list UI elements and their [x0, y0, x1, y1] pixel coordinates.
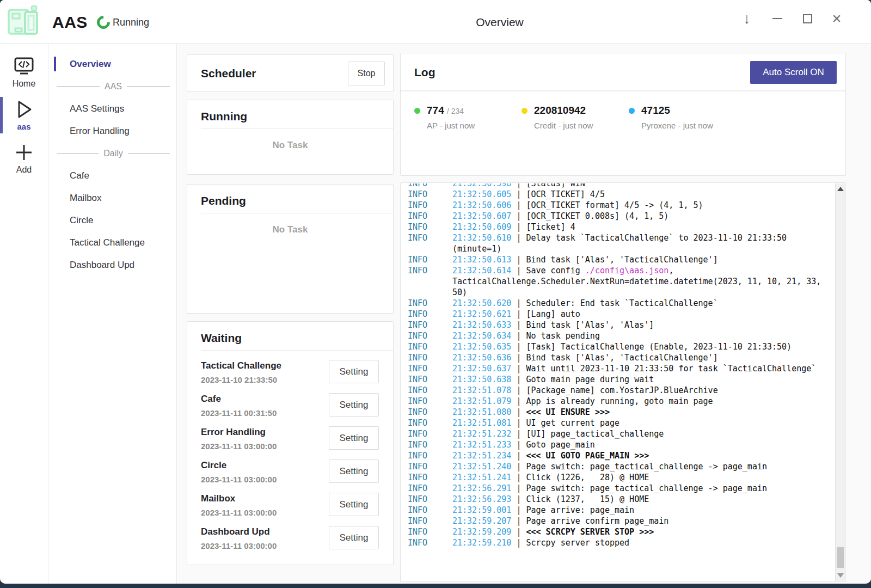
log-level: INFO	[408, 352, 452, 363]
stat-item: 774 / 234AP - just now	[414, 105, 522, 130]
dashboard-stats: 774 / 234AP - just now220810942Credit - …	[401, 91, 845, 130]
log-row: INFO21:32:50.621 | [Lang] auto	[408, 309, 835, 320]
log-text-segment: Save config	[526, 266, 585, 275]
setting-button[interactable]: Setting	[329, 460, 379, 483]
waiting-task-list: Tactical Challenge2023-11-10 21:33:50Set…	[187, 351, 393, 555]
stat-dot-icon	[414, 108, 420, 114]
subnav-item-aas-settings[interactable]: AAS Settings	[49, 97, 176, 120]
stat-value: 774 / 234	[427, 105, 464, 117]
maximize-button[interactable]	[795, 8, 819, 29]
log-message: 21:32:50.610 | Delay task `TacticalChall…	[452, 232, 823, 254]
log-timestamp: 21:32:50.635	[452, 342, 511, 352]
setting-button[interactable]: Setting	[329, 526, 379, 549]
log-row: INFO21:32:50.638 | Goto main page during…	[408, 374, 835, 385]
log-separator: |	[511, 342, 526, 352]
download-update-button[interactable]: ↓	[735, 8, 759, 29]
stat-item: 47125Pyroxene - just now	[629, 105, 736, 130]
log-level: INFO	[408, 450, 452, 461]
divider	[201, 213, 393, 213]
subnav-item-overview[interactable]: Overview	[49, 53, 176, 75]
log-text-segment: [UI] page_tactical_challenge	[526, 429, 664, 439]
log-level: INFO	[408, 222, 452, 232]
log-message: 21:32:51.078 | [Package_name] com.Yostar…	[452, 385, 823, 396]
minimize-button[interactable]	[765, 8, 789, 29]
log-scrollbar[interactable]	[835, 183, 845, 581]
log-message: 21:32:50.613 | Bind task ['Alas', 'Tacti…	[452, 254, 823, 265]
log-timestamp: 21:32:59.210	[452, 538, 511, 548]
subnav-item-dashboard-upd[interactable]: Dashboard Upd	[49, 254, 176, 276]
log-timestamp: 21:32:50.607	[452, 211, 511, 221]
scroll-down-icon[interactable]	[837, 573, 844, 578]
subnav-item-error-handling[interactable]: Error Handling	[49, 120, 176, 142]
pending-card: Pending No Task	[187, 184, 394, 314]
running-title: Running	[201, 110, 247, 122]
subnav: OverviewAASAAS SettingsError HandlingDai…	[49, 44, 177, 584]
log-lines: INFO21:32:50.598 | [Status] WININFO21:32…	[408, 183, 835, 548]
scroll-up-icon[interactable]	[837, 187, 844, 191]
log-level: INFO	[408, 309, 452, 320]
log-separator: |	[511, 418, 526, 428]
log-timestamp: 21:32:50.598	[452, 183, 511, 188]
rail-item-home[interactable]: Home	[0, 51, 48, 94]
setting-button[interactable]: Setting	[329, 493, 379, 516]
log-text-segment: No task pending	[526, 331, 599, 341]
subnav-item-cafe[interactable]: Cafe	[49, 164, 176, 187]
log-text-segment: <<< UI ENSURE >>>	[526, 407, 610, 417]
subnav-item-mailbox[interactable]: Mailbox	[49, 187, 176, 209]
log-row: INFO21:32:50.614 | Save config ./config\…	[408, 265, 835, 298]
log-message: 21:32:56.293 | Click (1237, 15) @ HOME	[452, 494, 823, 505]
log-row: INFO21:32:51.234 | <<< UI GOTO PAGE_MAIN…	[408, 450, 835, 461]
log-timestamp: 21:32:50.620	[452, 298, 511, 308]
log-separator: |	[511, 538, 526, 548]
rail-item-aas[interactable]: aas	[0, 94, 48, 137]
log-text-segment: UI get current page	[526, 418, 619, 428]
log-row: INFO21:32:50.598 | [Status] WIN	[408, 183, 835, 189]
log-message: 21:32:50.633 | Bind task ['Alas', 'Alas'…	[452, 320, 823, 330]
autoscroll-button[interactable]: Auto Scroll ON	[750, 61, 837, 84]
stop-button[interactable]: Stop	[348, 62, 385, 85]
waiting-title: Waiting	[201, 332, 242, 344]
log-level: INFO	[408, 232, 452, 254]
log-row: INFO21:32:51.079 | App is already runnin…	[408, 396, 835, 407]
setting-button[interactable]: Setting	[329, 426, 379, 450]
log-level: INFO	[408, 363, 452, 374]
log-level: INFO	[408, 418, 452, 428]
log-timestamp: 21:32:50.613	[452, 255, 511, 265]
scroll-thumb[interactable]	[837, 547, 844, 568]
subnav-item-tactical-challenge[interactable]: Tactical Challenge	[49, 231, 176, 254]
log-separator: |	[511, 429, 526, 439]
log-separator: |	[511, 255, 526, 265]
log-row: INFO21:32:51.078 | [Package_name] com.Yo…	[408, 385, 835, 396]
rail-label-home: Home	[13, 79, 36, 89]
stat-value: 220810942	[534, 105, 586, 117]
log-separator: |	[511, 527, 526, 537]
log-separator: |	[511, 298, 526, 308]
subnav-item-label: Cafe	[70, 170, 89, 181]
page-title: Overview	[476, 16, 524, 29]
task-row: Dashboard Upd2023-11-11 03:00:00Setting	[201, 522, 379, 555]
log-row: INFO21:32:50.605 | [OCR_TICKET] 4/5	[408, 189, 835, 200]
setting-button[interactable]: Setting	[329, 360, 379, 383]
log-separator: |	[511, 483, 526, 493]
rail-item-add[interactable]: Add	[0, 137, 48, 180]
divider-label: Daily	[103, 149, 123, 158]
log-row: INFO21:32:50.620 | Scheduler: End task `…	[408, 298, 835, 309]
log-separator: |	[511, 505, 526, 515]
maximize-icon	[803, 14, 812, 23]
setting-button[interactable]: Setting	[329, 393, 379, 416]
log-timestamp: 21:32:50.621	[452, 309, 511, 319]
close-button[interactable]: ×	[825, 8, 849, 29]
subnav-item-circle[interactable]: Circle	[49, 209, 176, 231]
log-text-segment: Wait until 2023-11-10 21:33:50 for task …	[526, 364, 816, 373]
log-separator: |	[511, 396, 526, 406]
stat-value: 47125	[641, 105, 670, 117]
log-text-segment: Goto main page during wait	[526, 375, 654, 384]
log-text-segment: Page switch: page_tactical_challenge -> …	[526, 483, 767, 493]
divider-label: AAS	[105, 82, 122, 91]
log-message: 21:32:50.634 | No task pending	[452, 330, 823, 341]
rail-label-aas: aas	[17, 122, 30, 131]
log-text-segment: [Lang] auto	[526, 309, 580, 319]
log-text-segment: Click (1237, 15) @ HOME	[526, 494, 649, 504]
main-content: Scheduler Stop Running No Task Pending N…	[177, 44, 871, 584]
log-message: 21:32:51.232 | [UI] page_tactical_challe…	[452, 428, 823, 439]
